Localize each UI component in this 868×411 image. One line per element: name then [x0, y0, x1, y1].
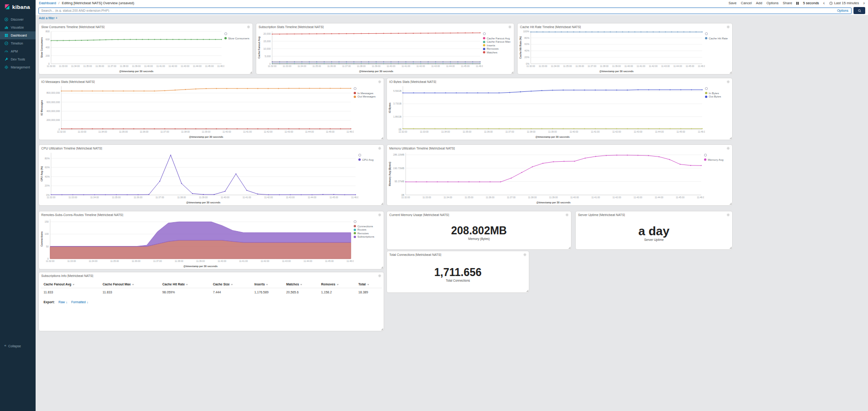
resize-handle[interactable]	[250, 71, 252, 74]
time-back-chevron-icon[interactable]: ‹	[823, 1, 824, 5]
legend-toggle-icon[interactable]	[705, 87, 708, 90]
panel-gear-icon[interactable]	[378, 213, 381, 217]
add-button[interactable]: Add	[756, 1, 762, 5]
legend-item[interactable]: Cache Hit Rate	[705, 37, 731, 40]
resize-handle[interactable]	[381, 266, 383, 269]
resize-handle[interactable]	[729, 71, 732, 74]
legend-item[interactable]: Remotes	[354, 232, 383, 235]
legend-toggle-icon[interactable]	[483, 32, 486, 35]
svg-text:11:41:00: 11:41:00	[401, 65, 410, 67]
svg-text:11:42:00: 11:42:00	[613, 196, 622, 199]
legend-item[interactable]: Inserts	[483, 44, 513, 47]
sidebar-item-discover[interactable]: Discover	[0, 15, 36, 23]
options-button[interactable]: Options	[766, 1, 779, 5]
panel-gear-icon[interactable]	[523, 253, 527, 256]
svg-text:11:32:00: 11:32:00	[268, 65, 277, 67]
cancel-button[interactable]: Cancel	[741, 1, 751, 5]
panel-current-memory-usage: Current Memory Usage [Metricbeat NATS] 2…	[386, 211, 571, 250]
save-button[interactable]: Save	[728, 1, 736, 5]
refresh-interval[interactable]: 5 seconds	[803, 1, 819, 5]
table-header-cell[interactable]: Cache Hit Rate	[160, 281, 210, 288]
panel-gear-icon[interactable]	[378, 274, 381, 277]
resize-handle[interactable]	[729, 137, 732, 139]
panel-gear-icon[interactable]	[727, 213, 730, 217]
sidebar-collapse-button[interactable]: « Collapse	[0, 343, 36, 349]
search-input[interactable]	[39, 9, 834, 12]
legend-item[interactable]: Cache Fanout Max	[483, 40, 513, 43]
svg-text:11:34:00: 11:34:00	[444, 196, 453, 199]
pause-refresh-icon[interactable]	[796, 2, 799, 5]
table-header-cell[interactable]: Inserts	[252, 281, 283, 288]
legend-toggle-icon[interactable]	[705, 32, 708, 35]
sidebar-item-dashboard[interactable]: Dashboard	[0, 31, 36, 39]
svg-text:286.10MB: 286.10MB	[393, 153, 404, 156]
table-header-cell[interactable]: Cache Fanout Avg	[41, 281, 100, 288]
sidebar: kibana Discover Visualize Dashboard Time…	[0, 0, 36, 411]
sidebar-item-timelion[interactable]: Timelion	[0, 39, 36, 47]
legend-item[interactable]: Memory Avg	[704, 158, 731, 161]
download-icon: ↓	[87, 300, 89, 304]
panel-gear-icon[interactable]	[565, 213, 569, 217]
query-options-link[interactable]: Options	[834, 9, 851, 12]
svg-text:Cache Hit Rate (%): Cache Hit Rate (%)	[519, 36, 522, 59]
add-filter-link[interactable]: Add a filter +	[39, 16, 58, 20]
export-formatted-link[interactable]: Formatted↓	[71, 300, 88, 304]
legend-item[interactable]: Subscriptions	[354, 235, 383, 238]
svg-text:11:46:00: 11:46:00	[476, 65, 483, 67]
panel-gear-icon[interactable]	[247, 25, 250, 29]
sidebar-item-management[interactable]: Management	[0, 63, 36, 71]
search-button[interactable]	[853, 7, 865, 14]
table-cell: 11.833	[41, 288, 100, 297]
legend-item[interactable]: Cache Fanout Avg	[483, 37, 513, 40]
legend-toggle-icon[interactable]	[354, 220, 356, 223]
legend-item[interactable]: CPU Avg	[358, 158, 383, 161]
table-header-cell[interactable]: Cache Size	[210, 281, 251, 288]
legend-toggle-icon[interactable]	[704, 154, 707, 157]
legend-toggle-icon[interactable]	[224, 32, 227, 35]
resize-handle[interactable]	[381, 202, 383, 205]
kibana-logo[interactable]: kibana	[0, 0, 36, 15]
panel-gear-icon[interactable]	[727, 147, 730, 150]
resize-handle[interactable]	[729, 202, 732, 205]
resize-handle[interactable]	[568, 247, 571, 249]
panel-gear-icon[interactable]	[508, 25, 512, 29]
resize-handle[interactable]	[381, 137, 383, 139]
resize-handle[interactable]	[511, 71, 513, 74]
resize-handle[interactable]	[381, 328, 383, 330]
table-header-cell[interactable]: Matches	[283, 281, 318, 288]
panel-gear-icon[interactable]	[378, 147, 381, 150]
legend-item[interactable]: Matches	[483, 51, 513, 54]
legend-item[interactable]: In Messages	[354, 92, 383, 95]
resize-handle[interactable]	[729, 247, 732, 249]
legend-item[interactable]: Out Messages	[354, 95, 383, 98]
time-forward-chevron-icon[interactable]: ›	[863, 1, 865, 5]
panel-gear-icon[interactable]	[378, 80, 381, 83]
table-header-cell[interactable]: Total	[356, 281, 382, 288]
management-gear-icon	[4, 65, 8, 69]
resize-handle[interactable]	[526, 290, 528, 292]
legend-color-dot	[483, 41, 485, 43]
legend-item[interactable]: Removes	[483, 47, 513, 50]
legend-item[interactable]: Out Bytes	[705, 95, 731, 98]
time-range-picker[interactable]: Last 15 minutes	[829, 1, 859, 5]
legend-item[interactable]: Slow Consumers	[224, 37, 252, 40]
legend-item[interactable]: Routes	[354, 228, 383, 231]
breadcrumb-dashboard-link[interactable]: Dashboard	[39, 1, 56, 5]
legend-label: Out Bytes	[709, 95, 721, 98]
share-button[interactable]: Share	[783, 1, 792, 5]
svg-text:11:38:00: 11:38:00	[120, 65, 129, 67]
legend-item[interactable]: In Bytes	[705, 92, 731, 95]
export-raw-link[interactable]: Raw↓	[59, 300, 67, 304]
panel-gear-icon[interactable]	[727, 80, 730, 83]
panel-gear-icon[interactable]	[727, 25, 730, 29]
legend-toggle-icon[interactable]	[358, 154, 361, 157]
sidebar-item-visualize[interactable]: Visualize	[0, 23, 36, 31]
table-header-cell[interactable]: Cache Fanout Max	[100, 281, 159, 288]
sidebar-item-dev-tools[interactable]: Dev Tools	[0, 55, 36, 63]
dashboard-grid: Slow Consumers Timeline [Metricbeat NATS…	[38, 23, 866, 338]
legend-toggle-icon[interactable]	[354, 87, 356, 90]
sidebar-item-apm[interactable]: APM	[0, 47, 36, 55]
top-navigation-bar: Dashboard / Editing [Metricbeat NATS] Ov…	[36, 0, 868, 6]
table-header-cell[interactable]: Removes	[319, 281, 356, 288]
legend-item[interactable]: Connections	[354, 225, 383, 228]
